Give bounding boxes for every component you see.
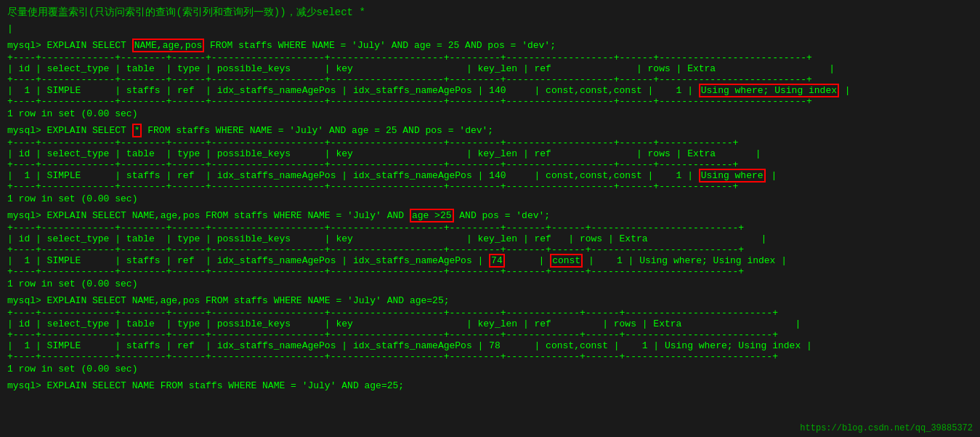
table-border-bot-2: +----+-------------+--------+------+----… (7, 181, 973, 192)
sql-command-3: mysql> EXPLAIN SELECT NAME,age,pos FROM … (7, 210, 973, 221)
sql-block-2: mysql> EXPLAIN SELECT * FROM staffs WHER… (7, 125, 973, 204)
last-command: mysql> EXPLAIN SELECT NAME FROM staffs W… (7, 380, 973, 391)
table-4: +----+-------------+--------+------+----… (7, 308, 973, 362)
result-4: 1 row in set (0.00 sec) (7, 364, 973, 374)
highlight-name-age-pos: NAME,age,pos (132, 39, 205, 52)
table-border-bot-4: +----+-------------+--------+------+----… (7, 351, 973, 362)
table-border-bot-3: +----+-------------+--------+------+----… (7, 266, 973, 277)
table-border-top-4: +----+-------------+--------+------+----… (7, 308, 973, 318)
table-header-1: | id | select_type | table | type | poss… (7, 63, 973, 74)
watermark: https://blog.csdn.net/qq_39885372 (800, 423, 973, 433)
table-border-mid-4: +----+-------------+--------+------+----… (7, 329, 973, 340)
result-2: 1 row in set (0.00 sec) (7, 193, 973, 204)
highlight-age-gt: age >25 (410, 209, 454, 222)
table-header-2: | id | select_type | table | type | poss… (7, 148, 973, 159)
table-border-mid-2: +----+-------------+--------+------+----… (7, 159, 973, 170)
sql-command-2: mysql> EXPLAIN SELECT * FROM staffs WHER… (7, 125, 973, 136)
table-border-top-1: +----+-------------+--------+------+----… (7, 52, 973, 63)
sql-block-3: mysql> EXPLAIN SELECT NAME,age,pos FROM … (7, 210, 973, 289)
top-text: 尽量使用覆盖索引(只访问索引的查询(索引列和查询列一致))，减少select * (7, 6, 973, 19)
result-3: 1 row in set (0.00 sec) (7, 278, 973, 289)
sql-block-4: mysql> EXPLAIN SELECT NAME,age,pos FROM … (7, 295, 973, 374)
table-border-top-2: +----+-------------+--------+------+----… (7, 137, 973, 148)
sql-block-1: mysql> EXPLAIN SELECT NAME,age,pos FROM … (7, 40, 973, 119)
sql-command-4: mysql> EXPLAIN SELECT NAME,age,pos FROM … (7, 295, 973, 306)
divider-line: | (7, 23, 973, 34)
table-data-2: | 1 | SIMPLE | staffs | ref | idx_staffs… (7, 170, 973, 181)
highlight-star: * (132, 124, 142, 137)
table-data-4: | 1 | SIMPLE | staffs | ref | idx_staffs… (7, 340, 973, 351)
result-1: 1 row in set (0.00 sec) (7, 108, 973, 119)
sql-command-1: mysql> EXPLAIN SELECT NAME,age,pos FROM … (7, 40, 973, 51)
table-2: +----+-------------+--------+------+----… (7, 137, 973, 192)
table-header-3: | id | select_type | table | type | poss… (7, 233, 973, 244)
table-1: +----+-------------+--------+------+----… (7, 52, 973, 107)
table-header-4: | id | select_type | table | type | poss… (7, 318, 973, 329)
table-border-top-3: +----+-------------+--------+------+----… (7, 222, 973, 233)
table-data-3: | 1 | SIMPLE | staffs | ref | idx_staffs… (7, 255, 973, 266)
table-data-1: | 1 | SIMPLE | staffs | ref | idx_staffs… (7, 85, 973, 96)
table-3: +----+-------------+--------+------+----… (7, 222, 973, 277)
table-border-bot-1: +----+-------------+--------+------+----… (7, 96, 973, 107)
